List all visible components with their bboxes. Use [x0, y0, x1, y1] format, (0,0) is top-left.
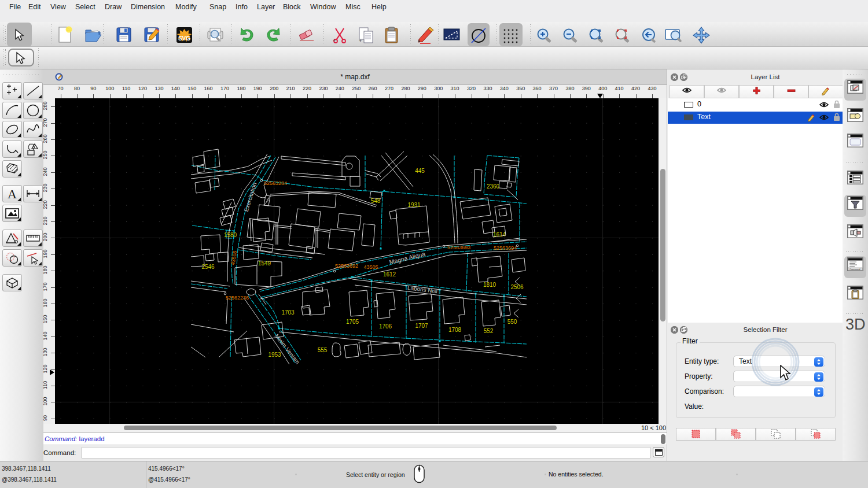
svg-text:555: 555	[318, 347, 328, 353]
svg-text:1931: 1931	[407, 202, 421, 208]
svg-text:+: +	[333, 38, 336, 43]
svg-text:1706: 1706	[379, 323, 392, 330]
svg-text:1612: 1612	[383, 271, 396, 278]
svg-text:2506: 2506	[510, 284, 524, 290]
svg-text:548: 548	[371, 198, 381, 204]
svg-text:1614: 1614	[493, 231, 506, 238]
svg-text:1549: 1549	[258, 260, 271, 267]
svg-text:43505: 43505	[363, 264, 378, 270]
svg-text:1810: 1810	[483, 282, 496, 288]
svg-text:+: +	[359, 38, 362, 44]
svg-text:1707: 1707	[415, 323, 428, 329]
svg-text:52563693: 52563693	[447, 245, 470, 250]
svg-text:550: 550	[507, 319, 517, 325]
svg-text:52563694: 52563694	[494, 245, 517, 251]
svg-text:52562236: 52562236	[226, 295, 249, 301]
svg-text:2360: 2360	[487, 183, 500, 190]
svg-text:1703: 1703	[281, 309, 295, 316]
svg-text:552: 552	[484, 328, 494, 334]
svg-text:SVG: SVG	[178, 35, 190, 42]
svg-text:1953: 1953	[268, 352, 281, 358]
svg-text:A: A	[8, 187, 17, 201]
svg-text:445: 445	[415, 168, 425, 174]
svg-text:Command: Command	[849, 268, 860, 271]
svg-text:52563692: 52563692	[335, 263, 358, 269]
svg-text:1580: 1580	[224, 232, 237, 238]
svg-text:2546: 2546	[201, 264, 215, 270]
svg-text:1708: 1708	[448, 327, 462, 333]
svg-text:1705: 1705	[346, 319, 359, 325]
svg-text:52563284: 52563284	[264, 180, 287, 186]
